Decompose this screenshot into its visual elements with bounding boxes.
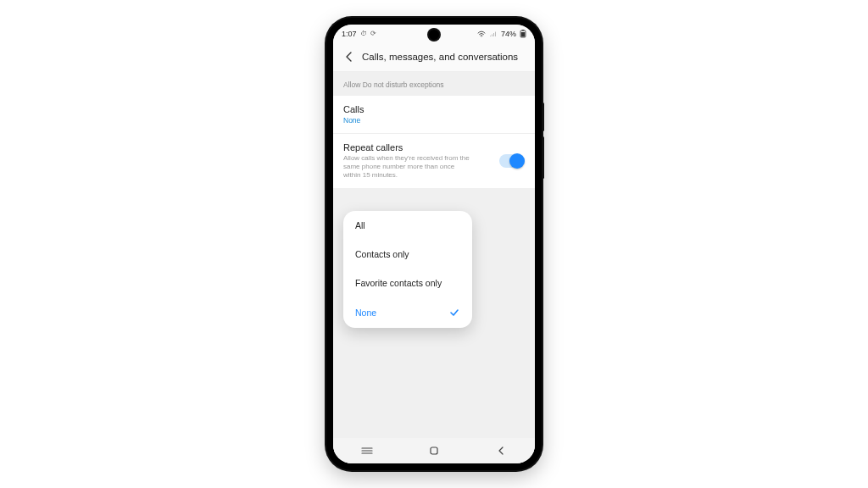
- status-right: 74%: [477, 30, 526, 38]
- check-icon: [448, 307, 460, 319]
- nav-home-button[interactable]: [421, 441, 447, 460]
- popup-option-favorite-contacts-only[interactable]: Favorite contacts only: [343, 269, 472, 297]
- signal-icon: [489, 30, 498, 37]
- front-camera: [429, 30, 439, 40]
- content: Calls, messages, and conversations Allow…: [333, 42, 535, 463]
- stage: 1:07 ⏱ ⟳ 74%: [0, 0, 868, 488]
- status-time: 1:07: [342, 30, 357, 38]
- phone-frame: 1:07 ⏱ ⟳ 74%: [326, 18, 542, 470]
- calls-popup-menu: All Contacts only Favorite contacts only…: [343, 211, 472, 328]
- calls-value: None: [343, 116, 525, 125]
- section-header: Allow Do not disturb exceptions: [333, 72, 535, 96]
- repeat-callers-row[interactable]: Repeat callers Allow calls when they're …: [333, 134, 535, 188]
- calls-row[interactable]: Calls None: [333, 96, 535, 134]
- volume-button: [542, 103, 544, 131]
- popup-option-label: None: [355, 308, 376, 318]
- svg-rect-2: [522, 30, 525, 30]
- alarm-icon: ⏱: [360, 30, 367, 37]
- toggle-knob: [509, 153, 525, 169]
- power-button: [542, 136, 544, 179]
- popup-option-none[interactable]: None: [343, 297, 472, 328]
- wifi-icon: [477, 30, 486, 37]
- repeat-texts: Repeat callers Allow calls when they're …: [343, 142, 499, 180]
- screen: 1:07 ⏱ ⟳ 74%: [333, 25, 535, 463]
- repeat-desc: Allow calls when they're received from t…: [343, 154, 470, 180]
- navigation-bar: [333, 438, 535, 463]
- settings-list: Calls None Repeat callers Allow calls wh…: [333, 96, 535, 188]
- page-header: Calls, messages, and conversations: [333, 42, 535, 72]
- battery-percentage: 74%: [501, 30, 516, 38]
- status-left: 1:07 ⏱ ⟳: [342, 30, 376, 38]
- nav-back-button[interactable]: [488, 441, 514, 460]
- chevron-left-icon: [343, 51, 355, 63]
- svg-rect-1: [521, 32, 526, 36]
- repeat-toggle[interactable]: [499, 154, 525, 168]
- page-title: Calls, messages, and conversations: [362, 52, 518, 62]
- calls-texts: Calls None: [343, 104, 525, 125]
- popup-option-contacts-only[interactable]: Contacts only: [343, 240, 472, 269]
- battery-icon: [520, 30, 526, 38]
- repeat-title: Repeat callers: [343, 142, 499, 152]
- chevron-left-icon: [496, 446, 506, 456]
- popup-option-label: All: [355, 220, 365, 230]
- calls-title: Calls: [343, 104, 525, 114]
- home-icon: [428, 445, 440, 457]
- orientation-icon: ⟳: [370, 30, 376, 37]
- popup-option-label: Favorite contacts only: [355, 278, 442, 288]
- nav-recents-button[interactable]: [354, 441, 380, 460]
- back-button[interactable]: [340, 47, 359, 66]
- recents-icon: [360, 446, 374, 456]
- svg-rect-3: [431, 447, 437, 454]
- popup-option-label: Contacts only: [355, 249, 409, 259]
- popup-option-all[interactable]: All: [343, 211, 472, 240]
